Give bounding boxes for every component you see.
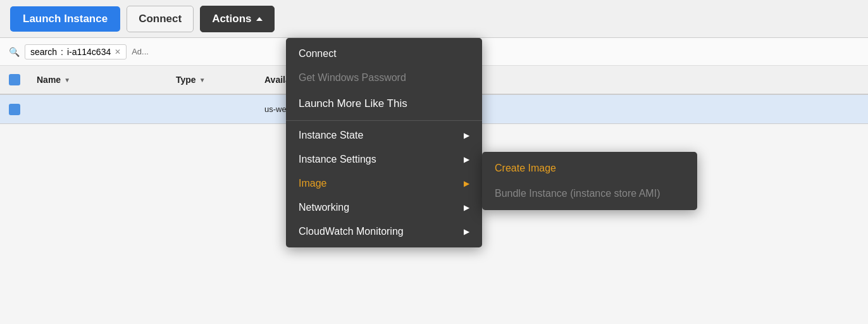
submenu-item-bundle-instance: Bundle Instance (instance store AMI) (482, 181, 697, 206)
menu-instance-settings-label: Instance Settings (299, 154, 376, 165)
submenu-arrow-networking: ▶ (464, 203, 469, 212)
toolbar: Launch Instance Connect Actions (0, 0, 868, 38)
sort-name-icon: ▼ (64, 77, 70, 84)
submenu-arrow-image: ▶ (464, 179, 469, 188)
menu-cloudwatch-label: CloudWatch Monitoring (299, 226, 404, 237)
menu-item-launch-more[interactable]: Launch More Like This (286, 90, 482, 118)
actions-label: Actions (212, 13, 251, 25)
row-checkbox[interactable] (9, 104, 32, 115)
actions-button[interactable]: Actions (200, 6, 275, 32)
menu-connect-label: Connect (299, 48, 337, 59)
menu-item-instance-state[interactable]: Instance State ▶ (286, 123, 482, 147)
search-tag-separator: : (61, 47, 63, 57)
actions-dropdown-menu: Connect Get Windows Password Launch More… (286, 38, 482, 247)
menu-item-networking[interactable]: Networking ▶ (286, 196, 482, 220)
launch-instance-button[interactable]: Launch Instance (10, 6, 120, 32)
select-all-checkbox[interactable] (9, 74, 20, 85)
search-tag[interactable]: search : i-a114c634 ✕ (25, 44, 127, 59)
menu-image-label: Image (299, 178, 326, 189)
connect-button[interactable]: Connect (127, 6, 194, 32)
image-submenu: Create Image Bundle Instance (instance s… (482, 152, 697, 210)
menu-item-get-windows-password: Get Windows Password (286, 66, 482, 90)
menu-windows-password-label: Get Windows Password (299, 72, 406, 84)
menu-item-cloudwatch[interactable]: CloudWatch Monitoring ▶ (286, 220, 482, 244)
column-header-type[interactable]: Type ▼ (171, 75, 259, 85)
header-checkbox[interactable] (9, 74, 32, 85)
submenu-arrow-instance-settings: ▶ (464, 155, 469, 164)
submenu-create-image-label: Create Image (495, 163, 556, 174)
submenu-item-create-image[interactable]: Create Image (482, 156, 697, 181)
menu-item-image[interactable]: Image ▶ (286, 171, 482, 196)
search-tag-close-icon[interactable]: ✕ (115, 47, 121, 56)
menu-instance-state-label: Instance State (299, 130, 363, 141)
submenu-bundle-instance-label: Bundle Instance (instance store AMI) (495, 188, 660, 199)
search-tag-value: i-a114c634 (67, 47, 111, 57)
search-tag-label: search (30, 47, 57, 57)
search-add-filter[interactable]: Ad... (132, 47, 149, 56)
menu-launch-more-label: Launch More Like This (299, 97, 407, 110)
sort-type-icon: ▼ (199, 77, 206, 84)
caret-up-icon (256, 17, 263, 21)
menu-item-connect[interactable]: Connect (286, 42, 482, 66)
submenu-arrow-cloudwatch: ▶ (464, 227, 469, 236)
menu-networking-label: Networking (299, 202, 349, 213)
menu-item-instance-settings[interactable]: Instance Settings ▶ (286, 147, 482, 171)
submenu-arrow-instance-state: ▶ (464, 131, 469, 140)
column-header-name[interactable]: Name ▼ (32, 75, 171, 85)
menu-divider-1 (286, 120, 482, 121)
row-select-checkbox[interactable] (9, 104, 20, 115)
search-icon: 🔍 (9, 47, 20, 57)
